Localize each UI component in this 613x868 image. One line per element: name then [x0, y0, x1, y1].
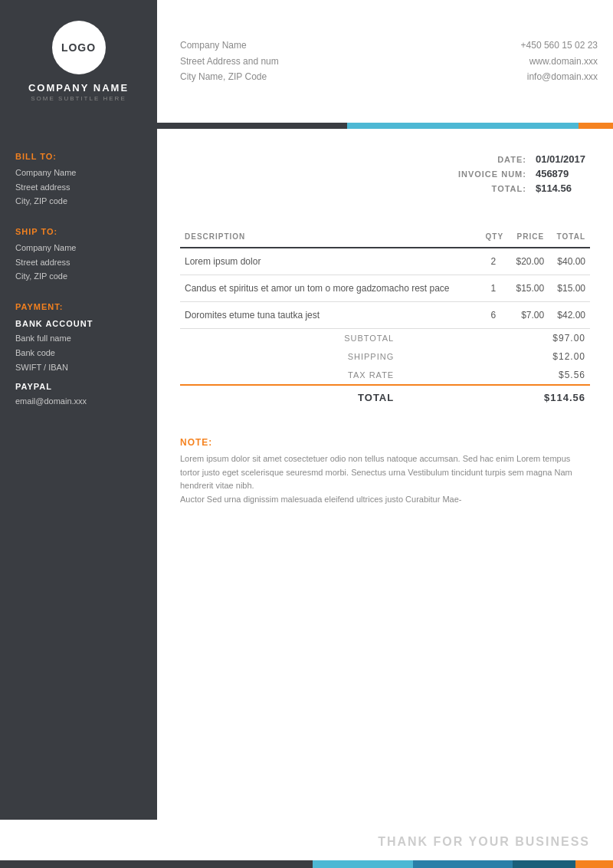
footer-orange	[575, 860, 613, 868]
table-header-row: DESCRIPTION QTY PRICE TOTAL	[180, 226, 590, 248]
shipping-row: SHIPPING $12.00	[180, 347, 590, 366]
invoice-num-row: INVOICE NUM: 456879	[454, 166, 590, 181]
top-divider	[0, 123, 613, 129]
invoice-num-value: 456879	[531, 166, 590, 181]
payment-section: PAYMENT: BANK ACCOUNT Bank full name Ban…	[15, 302, 142, 409]
logo-circle: LOGO	[52, 21, 106, 74]
address-line1: Company Name	[180, 38, 452, 53]
row-price: $7.00	[508, 302, 549, 329]
thank-you: THANK FOR YOUR BUSINESS	[0, 820, 613, 860]
row-desc: Candus et spiritus et amor un tom o more…	[180, 275, 478, 302]
row-desc: Lorem ipsum dolor	[180, 248, 478, 275]
grand-total-row: TOTAL $114.56	[180, 385, 590, 406]
footer-blue1	[313, 860, 413, 868]
invoice-meta-table: DATE: 01/01/2017 INVOICE NUM: 456879 TOT…	[454, 152, 590, 196]
address-line3: City Name, ZIP Code	[180, 69, 452, 84]
company-name: COMPANY NAME	[28, 82, 129, 94]
row-total: $40.00	[549, 248, 590, 275]
header-website: www.domain.xxx	[490, 54, 598, 69]
footer-bar	[0, 860, 613, 868]
tax-row: TAX RATE $5.56	[180, 366, 590, 385]
header-phone: +450 560 15 02 23	[490, 38, 598, 53]
table-row: Candus et spiritus et amor un tom o more…	[180, 275, 590, 302]
subtotal-label: SUBTOTAL	[209, 329, 398, 347]
divider-dark	[0, 123, 347, 129]
ship-to-line1: Company Name	[15, 241, 142, 255]
ship-to-line2: Street address	[15, 255, 142, 270]
sidebar: BILL TO: Company Name Street address Cit…	[0, 129, 157, 820]
bill-to-section: BILL TO: Company Name Street address Cit…	[15, 152, 142, 209]
header-contact: +450 560 15 02 23 www.domain.xxx info@do…	[475, 0, 613, 123]
bill-to-line2: Street address	[15, 180, 142, 195]
divider-orange	[579, 123, 613, 129]
grand-total-value: $114.56	[428, 385, 590, 406]
invoice-total-label: TOTAL:	[454, 181, 531, 196]
table-row: Doromites etume tuna tautka jest 6 $7.00…	[180, 302, 590, 329]
row-total: $42.00	[549, 302, 590, 329]
body: BILL TO: Company Name Street address Cit…	[0, 129, 613, 820]
row-qty: 2	[478, 248, 508, 275]
note-title: NOTE:	[180, 437, 590, 448]
paypal-email: email@domain.xxx	[15, 394, 142, 409]
invoice-total-row: TOTAL: $114.56	[454, 181, 590, 196]
invoice-num-label: INVOICE NUM:	[454, 166, 531, 181]
invoice-date-row: DATE: 01/01/2017	[454, 152, 590, 166]
bank-code: Bank code	[15, 346, 142, 360]
header-address: Company Name Street Address and num City…	[157, 0, 475, 123]
row-qty: 6	[478, 302, 508, 329]
tax-value: $5.56	[428, 366, 590, 385]
main-content: DATE: 01/01/2017 INVOICE NUM: 456879 TOT…	[157, 129, 613, 820]
invoice-meta: DATE: 01/01/2017 INVOICE NUM: 456879 TOT…	[180, 152, 590, 196]
subtotal-value: $97.00	[428, 329, 590, 347]
ship-to-section: SHIP TO: Company Name Street address Cit…	[15, 227, 142, 284]
note-section: NOTE: Lorem ipsum dolor sit amet cosecte…	[180, 437, 590, 506]
shipping-value: $12.00	[428, 347, 590, 366]
ship-to-line3: City, ZIP code	[15, 269, 142, 284]
grand-total-label: TOTAL	[209, 385, 398, 406]
swift-iban: SWIFT / IBAN	[15, 360, 142, 375]
footer-blue3	[513, 860, 575, 868]
bank-name: Bank full name	[15, 331, 142, 346]
shipping-label: SHIPPING	[209, 347, 398, 366]
company-subtitle: SOME SUBTITLE HERE	[31, 95, 126, 102]
ship-to-title: SHIP TO:	[15, 227, 142, 236]
divider-blue	[347, 123, 579, 129]
payment-title: PAYMENT:	[15, 302, 142, 311]
header: LOGO COMPANY NAME SOME SUBTITLE HERE Com…	[0, 0, 613, 123]
bank-account-title: BANK ACCOUNT	[15, 319, 142, 328]
bill-to-line1: Company Name	[15, 166, 142, 180]
subtotal-row: SUBTOTAL $97.00	[180, 329, 590, 347]
note-text: Lorem ipsum dolor sit amet cosectetuer o…	[180, 452, 590, 506]
row-price: $15.00	[508, 275, 549, 302]
col-qty: QTY	[478, 226, 508, 248]
header-left: LOGO COMPANY NAME SOME SUBTITLE HERE	[0, 0, 157, 123]
footer-dark	[0, 860, 313, 868]
invoice-total-value: $114.56	[531, 181, 590, 196]
invoice-page: LOGO COMPANY NAME SOME SUBTITLE HERE Com…	[0, 0, 613, 868]
tax-label: TAX RATE	[209, 366, 398, 385]
footer-blue2	[413, 860, 513, 868]
address-line2: Street Address and num	[180, 54, 452, 69]
logo-text: LOGO	[61, 41, 96, 54]
items-table: DESCRIPTION QTY PRICE TOTAL Lorem ipsum …	[180, 226, 590, 329]
totals-table: SUBTOTAL $97.00 SHIPPING $12.00 TAX RATE…	[180, 329, 590, 406]
bill-to-title: BILL TO:	[15, 152, 142, 161]
bill-to-line3: City, ZIP code	[15, 194, 142, 209]
row-qty: 1	[478, 275, 508, 302]
date-label: DATE:	[454, 152, 531, 166]
col-total: TOTAL	[549, 226, 590, 248]
header-email: info@domain.xxx	[490, 69, 598, 84]
paypal-title: PAYPAL	[15, 382, 142, 391]
row-desc: Doromites etume tuna tautka jest	[180, 302, 478, 329]
table-row: Lorem ipsum dolor 2 $20.00 $40.00	[180, 248, 590, 275]
row-price: $20.00	[508, 248, 549, 275]
row-total: $15.00	[549, 275, 590, 302]
date-value: 01/01/2017	[531, 152, 590, 166]
col-description: DESCRIPTION	[180, 226, 478, 248]
col-price: PRICE	[508, 226, 549, 248]
